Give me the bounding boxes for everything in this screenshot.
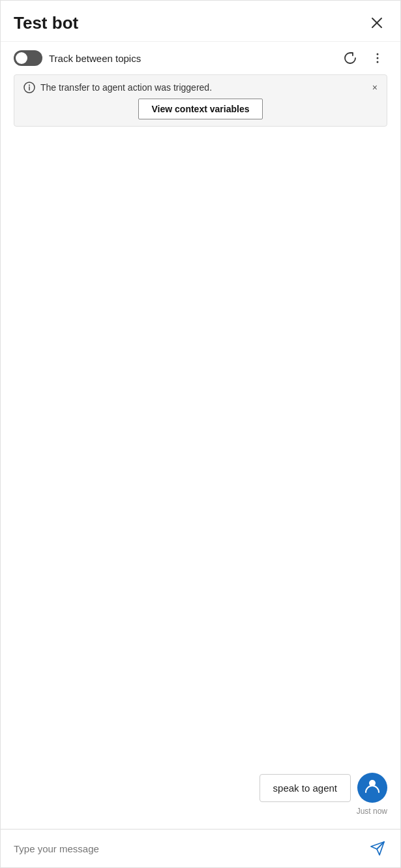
svg-point-7: [29, 85, 30, 86]
banner-close-button[interactable]: ×: [372, 82, 378, 93]
chat-area: speak to agent Just now: [1, 127, 400, 829]
banner-message: The transfer to agent action was trigger…: [40, 82, 367, 93]
person-icon: [364, 777, 381, 794]
banner-top: The transfer to agent action was trigger…: [23, 82, 378, 93]
send-button[interactable]: [368, 839, 387, 858]
panel-header: Test bot: [1, 1, 400, 42]
svg-point-2: [377, 54, 379, 55]
refresh-button[interactable]: [340, 48, 360, 68]
toggle-wrap: Track between topics: [14, 50, 141, 66]
message-input[interactable]: [14, 843, 361, 854]
test-bot-panel: Test bot Track between topics: [0, 0, 401, 868]
send-icon: [370, 841, 385, 856]
more-options-button[interactable]: [368, 48, 387, 68]
notification-banner: The transfer to agent action was trigger…: [14, 74, 387, 127]
toggle-label: Track between topics: [49, 53, 141, 64]
message-group: speak to agent Just now: [14, 773, 387, 816]
info-icon: [23, 82, 35, 93]
info-circle-icon: [23, 82, 35, 93]
avatar-person-icon: [364, 777, 381, 798]
more-vertical-icon: [371, 52, 384, 65]
panel-title: Test bot: [14, 13, 366, 33]
svg-point-4: [377, 61, 379, 63]
user-avatar: [357, 773, 387, 803]
toggle-thumb: [16, 52, 27, 64]
svg-point-3: [377, 57, 379, 59]
close-icon: [370, 16, 383, 29]
input-bar: [1, 829, 400, 867]
track-topics-toggle[interactable]: [14, 50, 42, 66]
toolbar: Track between topics: [1, 42, 400, 74]
refresh-icon: [343, 51, 357, 65]
view-context-variables-button[interactable]: View context variables: [138, 99, 263, 119]
close-button[interactable]: [366, 12, 387, 33]
message-row: speak to agent: [260, 773, 387, 803]
speak-to-agent-message: speak to agent: [260, 774, 351, 802]
message-timestamp: Just now: [357, 807, 387, 816]
